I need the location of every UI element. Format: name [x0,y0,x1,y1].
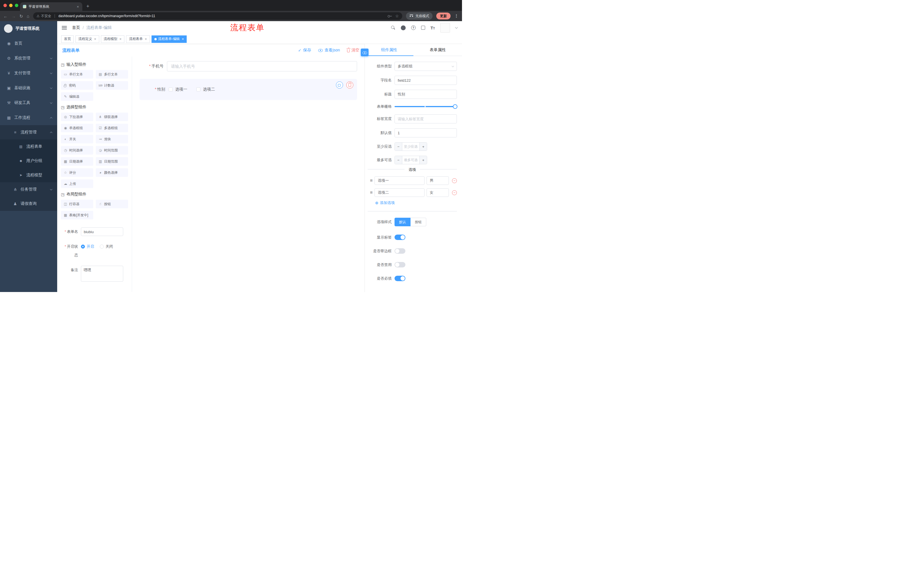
sidebar-item-payment[interactable]: ¥ 支付管理 [0,66,57,81]
required-toggle[interactable] [394,276,405,281]
window-close-button[interactable] [3,4,7,7]
search-icon[interactable] [391,26,395,30]
minus-icon[interactable]: − [395,143,402,151]
breadcrumb-home[interactable]: 首页 [72,25,80,30]
sidebar-item-user-group[interactable]: ☻ 用户分组 [0,154,57,168]
chip-cascader[interactable]: ⋔级联选择 [96,113,128,121]
chip-checkbox-group[interactable]: ☑多选框组 [96,124,128,132]
border-toggle[interactable] [394,248,405,254]
chip-table[interactable]: ▦表格[开发中] [61,211,93,219]
forward-icon[interactable]: → [12,14,16,18]
chip-switch[interactable]: ◐开关 [61,135,93,143]
minus-icon[interactable]: − [395,156,402,164]
browser-update-button[interactable]: 更新 [436,13,450,20]
chip-date-range[interactable]: ▥日期范围 [96,157,128,166]
chip-row-container[interactable]: ◫行容器 [61,200,93,208]
option-value-input[interactable] [427,188,449,197]
tag-close-icon[interactable]: × [119,37,122,41]
sidebar-item-process-form[interactable]: ▤ 流程表单 [0,140,57,154]
tab-close-icon[interactable]: × [76,5,79,9]
chip-single-line-text[interactable]: ▭单行文本 [61,70,93,79]
tag-process-model[interactable]: 流程模型 × [101,35,125,43]
gender-option2-checkbox[interactable]: 选项二 [196,87,215,92]
save-button[interactable]: ✓ 保存 [298,48,311,53]
title-input[interactable] [394,90,457,99]
browser-tab[interactable]: 芋道管理系统 × [20,2,82,11]
copy-field-button[interactable] [336,81,343,89]
sidebar-item-infra[interactable]: ▣ 基础设施 [0,81,57,95]
sidebar-item-task-manage[interactable]: ⋔ 任务管理 [0,182,57,197]
chip-multi-line-text[interactable]: ▤多行文本 [96,70,128,79]
plus-icon[interactable]: + [419,143,427,151]
form-name-input[interactable] [81,227,123,236]
chip-rate[interactable]: ☆评分 [61,168,93,177]
bookmark-star-icon[interactable]: ☆ [395,14,399,18]
security-label[interactable]: 不安全 [41,14,51,18]
user-avatar[interactable] [440,23,450,33]
chip-upload[interactable]: ☁上传 [61,179,93,188]
chip-editor[interactable]: ✎编辑器 [61,92,93,101]
font-size-icon[interactable] [431,26,435,30]
fullscreen-icon[interactable] [421,26,425,30]
tag-close-icon[interactable]: × [145,37,147,41]
window-minimize-button[interactable] [9,4,13,7]
chip-radio-group[interactable]: ◉单选框组 [61,124,93,132]
option-name-input[interactable] [375,176,424,185]
phone-input[interactable] [167,61,357,71]
reload-icon[interactable]: ↻ [20,14,23,18]
chip-counter[interactable]: 123计数器 [96,81,128,90]
plus-icon[interactable]: + [419,156,427,164]
tag-home[interactable]: 首页 [61,35,74,43]
remark-textarea[interactable]: 嘿嘿 [81,266,123,282]
help-icon[interactable] [411,25,416,30]
status-off-radio[interactable]: 关闭 [100,244,113,249]
chip-date-picker[interactable]: ▦日期选择 [61,157,93,166]
form-grid-slider[interactable] [394,104,457,109]
show-label-toggle[interactable] [394,235,405,240]
max-select-placeholder[interactable]: 最多可选 [402,156,419,164]
hamburger-icon[interactable] [62,26,67,30]
new-tab-icon[interactable]: + [86,4,89,9]
sidebar-item-system[interactable]: ⚙ 系统管理 [0,51,57,66]
window-zoom-button[interactable] [15,4,18,7]
option-name-input[interactable] [375,188,424,197]
component-type-select[interactable]: 多选框组 [394,62,457,71]
remove-option-icon[interactable]: − [452,178,457,183]
style-default-button[interactable]: 默认 [394,218,411,226]
url-text[interactable]: dashboard.yudao.iocoder.cn/bpm/manager/f… [58,14,386,18]
browser-menu-icon[interactable]: ⋮ [454,13,459,18]
tab-form-props[interactable]: 表单属性 [413,44,462,56]
chip-slider[interactable]: ⊸滑块 [96,135,128,143]
tag-process-form-edit[interactable]: 流程表单-编辑 × [152,35,187,43]
style-button-button[interactable]: 按钮 [411,218,426,226]
disabled-toggle[interactable] [394,262,405,267]
sidebar-item-process-model[interactable]: ➤ 流程模型 [0,168,57,182]
sidebar-item-leave-query[interactable]: ♟ 请假查询 [0,197,57,211]
status-on-radio[interactable]: 开启 [81,244,94,249]
chip-time-range[interactable]: ◶时间范围 [96,146,128,155]
chip-time-picker[interactable]: ◷时间选择 [61,146,93,155]
password-key-icon[interactable] [388,14,392,18]
view-json-button[interactable]: 查看json [318,48,340,53]
slider-handle[interactable] [453,104,457,109]
drag-handle-icon[interactable]: ≡ [370,190,373,195]
option-value-input[interactable] [427,176,449,185]
label-width-input[interactable] [394,114,457,123]
home-icon[interactable]: ⌂ [27,14,30,18]
chip-password[interactable]: 密码 [61,81,93,90]
chip-button[interactable]: ☝按钮 [96,200,128,208]
tab-component-props[interactable]: 组件属性 [365,44,413,56]
canvas-field-gender-selected[interactable]: 性别 选项一 选项二 [140,79,357,100]
address-bar[interactable]: ⚠ 不安全 dashboard.yudao.iocoder.cn/bpm/man… [33,12,402,20]
min-select-placeholder[interactable]: 至少应选 [402,143,419,151]
delete-field-button[interactable] [346,81,353,89]
link-float-button[interactable] [361,49,368,56]
field-name-input[interactable] [394,76,457,85]
add-option-button[interactable]: ⊕ 添加选项 [368,200,457,206]
drag-handle-icon[interactable]: ≡ [370,178,373,183]
sidebar-item-process-manage[interactable]: ≡ 流程管理 [0,125,57,140]
tag-process-definition[interactable]: 流程定义 × [76,35,99,43]
github-icon[interactable] [401,25,406,30]
tag-close-icon[interactable]: × [182,37,184,41]
tag-close-icon[interactable]: × [94,37,96,41]
